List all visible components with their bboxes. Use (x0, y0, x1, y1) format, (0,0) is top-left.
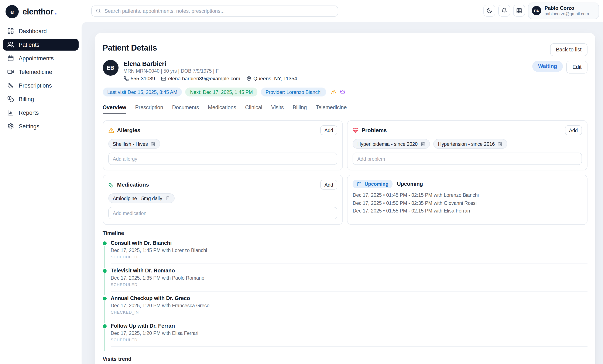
user-menu[interactable]: PA Pablo Corzo pablocorzo@gmail.com (528, 3, 599, 19)
trash-icon[interactable] (151, 141, 155, 146)
timeline-item-datetime: Dec 17, 2025, 1:20 PM with Francesca Gre… (111, 303, 588, 308)
topbar: PA Pablo Corzo pablocorzo@gmail.com (81, 0, 603, 22)
tab[interactable]: Billing (293, 105, 307, 114)
patients-icon (7, 41, 14, 48)
sidebar-item-reports[interactable]: Reports (3, 107, 79, 118)
sidebar-item-label: Patients (19, 41, 39, 48)
sidebar-item-settings[interactable]: Settings (3, 120, 79, 132)
tab[interactable]: Telemedicine (316, 105, 347, 114)
timeline-item-title: Annual Checkup with Dr. Greco (111, 295, 588, 301)
problem-chip: Hypertension - since 2016 (433, 139, 507, 149)
warning-icon (331, 89, 336, 95)
page-title: Patient Details (103, 43, 157, 53)
problems-title: Problems (362, 127, 387, 133)
sidebar-item-label: Reports (19, 109, 39, 116)
tab[interactable]: Prescription (135, 105, 163, 114)
sidebar-item-billing[interactable]: Billing (3, 93, 79, 105)
sidebar-item-telemedicine[interactable]: Telemedicine (3, 66, 79, 78)
patient-header: EB Elena Barbieri MRN MRN-0040 | 50 yrs … (103, 60, 588, 82)
timeline-dot-icon (103, 269, 106, 273)
patient-contact: 555-31039 elena.barbieri39@example.com Q… (123, 76, 297, 82)
app: e elenthor. Dashboard Patients Appointme… (0, 0, 603, 364)
tab[interactable]: Documents (172, 105, 199, 114)
tab[interactable]: Clinical (245, 105, 262, 114)
timeline-dot-icon (103, 297, 106, 300)
medications-card: Medications Add Amlodipine - 5mg daily (103, 175, 343, 225)
trash-icon[interactable] (498, 141, 502, 146)
timeline-item-title: Televisit with Dr. Romano (111, 268, 588, 274)
timeline-item: Annual Checkup with Dr. Greco Dec 17, 20… (103, 295, 588, 323)
apps-grid-button[interactable] (513, 5, 525, 17)
edit-button[interactable]: Edit (567, 61, 588, 73)
add-medication-input[interactable] (108, 207, 337, 219)
timeline-item-title: Consult with Dr. Bianchi (111, 240, 588, 246)
timeline-rail (103, 323, 111, 351)
timeline-item-title: Follow Up with Dr. Ferrari (111, 323, 588, 329)
add-problem-button[interactable]: Add (565, 125, 582, 135)
tab[interactable]: Medications (208, 105, 236, 114)
brand-dot: . (55, 7, 57, 16)
timeline: Consult with Dr. Bianchi Dec 17, 2025, 1… (103, 240, 588, 351)
allergy-chips: Shellfish - Hives (108, 139, 337, 149)
upcoming-list: Dec 17, 2025 • 01:45 PM - 02:15 PM with … (353, 192, 582, 213)
medication-chips: Amlodipine - 5mg daily (108, 193, 337, 203)
user-name: Pablo Corzo (545, 5, 589, 12)
sidebar-item-label: Appointments (19, 55, 54, 61)
notifications-button[interactable] (498, 5, 510, 17)
dark-mode-button[interactable] (483, 5, 495, 17)
timeline-rail (103, 295, 111, 323)
brand-wordmark: elenthor. (23, 7, 57, 16)
allergies-card: Allergies Add Shellfish - Hives (103, 120, 343, 170)
timeline-item-status: SCHEDULED (111, 282, 588, 287)
timeline-item-datetime: Dec 17, 2025, 1:35 PM with Paolo Romano (111, 275, 588, 281)
provider-badge: Provider: Lorenzo Bianchi (261, 88, 326, 96)
timeline-item-datetime: Dec 17, 2025, 1:20 PM with Elisa Ferrari (111, 331, 588, 336)
timeline-item: Follow Up with Dr. Ferrari Dec 17, 2025,… (103, 323, 588, 351)
upcoming-item: Dec 17, 2025 • 01:45 PM - 02:15 PM with … (353, 192, 582, 198)
patient-phone: 555-31039 (123, 76, 155, 82)
pill-icon (108, 182, 114, 188)
sidebar-item-dashboard[interactable]: Dashboard (3, 25, 79, 37)
search-input[interactable] (91, 5, 338, 16)
timeline-item-status: CHECKED_IN (111, 310, 588, 315)
back-to-list-button[interactable]: Back to list (550, 43, 588, 56)
trash-icon[interactable] (165, 196, 170, 200)
trash-icon[interactable] (420, 141, 425, 146)
problem-chip: Hyperlipidemia - since 2020 (353, 139, 430, 149)
topbar-actions: PA Pablo Corzo pablocorzo@gmail.com (483, 3, 599, 19)
timeline-rail (103, 240, 111, 268)
phone-icon (123, 76, 128, 81)
timeline-item-status: SCHEDULED (111, 337, 588, 342)
sidebar-item-label: Billing (19, 96, 34, 102)
bar-chart-icon (7, 109, 14, 116)
patient-location: Queens, NY, 11354 (246, 76, 297, 82)
add-medication-button[interactable]: Add (320, 180, 337, 189)
timeline-rail (103, 268, 111, 295)
sidebar-item-appointments[interactable]: Appointments (3, 52, 79, 64)
last-visit-badge: Last visit Dec 15, 2025, 8:45 AM (103, 88, 182, 96)
warning-icon (108, 127, 114, 133)
brand: e elenthor. (3, 4, 79, 23)
problem-chips: Hyperlipidemia - since 2020 Hypertension… (353, 139, 582, 149)
timeline-item: Televisit with Dr. Romano Dec 17, 2025, … (103, 268, 588, 295)
upcoming-chip: Upcoming (353, 180, 393, 188)
brand-logo: e (6, 5, 19, 18)
timeline-item-status: SCHEDULED (111, 255, 588, 259)
timeline-dot-icon (103, 241, 106, 245)
pill-icon (7, 82, 14, 89)
sidebar-item-patients[interactable]: Patients (3, 39, 79, 51)
tab[interactable]: Visits (271, 105, 284, 114)
tab[interactable]: Overview (103, 105, 126, 114)
sidebar-nav: Dashboard Patients Appointments Telemedi… (3, 25, 79, 132)
add-allergy-input[interactable] (108, 153, 337, 165)
upcoming-card: Upcoming Upcoming Dec 17, 2025 • 01:45 P… (347, 175, 588, 225)
sidebar-item-prescriptions[interactable]: Prescriptions (3, 80, 79, 91)
mail-icon (161, 76, 166, 81)
add-allergy-button[interactable]: Add (320, 125, 337, 135)
timeline-dot-icon (103, 324, 106, 328)
patient-badges: Last visit Dec 15, 2025, 8:45 AM Next: D… (103, 88, 588, 96)
visits-trend-title: Visits trend (103, 356, 588, 362)
bell-icon (501, 8, 507, 14)
add-problem-input[interactable] (353, 153, 582, 165)
sidebar-item-label: Dashboard (19, 28, 47, 34)
